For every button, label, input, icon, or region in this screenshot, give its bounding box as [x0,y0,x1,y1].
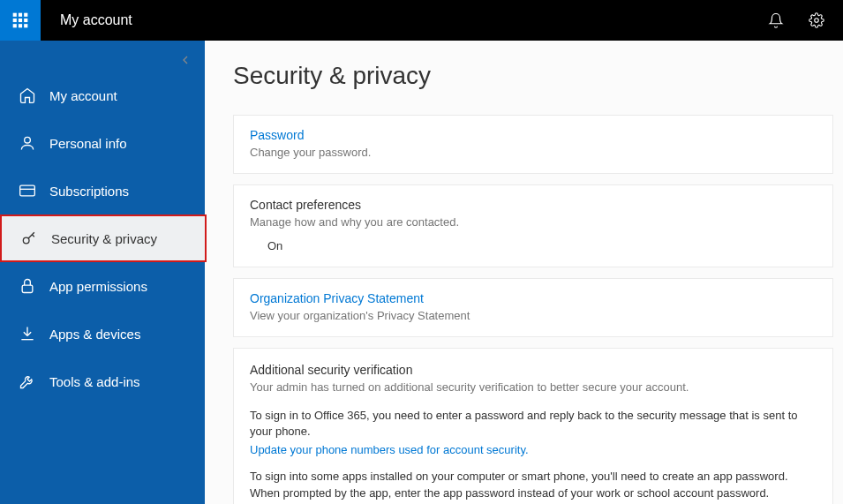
notifications-icon[interactable] [758,0,794,41]
additional-security-section: Additional security verification Your ad… [233,348,833,504]
contact-pref-title: Contact preferences [250,198,817,212]
sidebar-item-label: Tools & add-ins [49,374,140,389]
asv-desc: Your admin has turned on additional secu… [250,380,817,394]
card-icon [18,181,37,200]
contact-pref-desc: Manage how and why you are contacted. [250,215,817,229]
download-icon [18,324,37,343]
password-link[interactable]: Password [250,128,817,142]
svg-rect-5 [24,19,27,22]
svg-rect-2 [24,13,27,17]
home-icon [18,86,37,105]
sidebar-item-security-privacy[interactable]: Security & privacy [0,214,207,262]
svg-rect-14 [22,285,33,292]
lock-icon [18,276,37,296]
svg-rect-1 [19,13,22,17]
settings-gear-icon[interactable] [799,0,834,41]
svg-rect-11 [20,185,35,196]
key-icon [19,229,39,248]
svg-rect-7 [19,24,22,27]
collapse-chevron-icon[interactable] [178,53,192,67]
top-bar: My account [0,0,843,41]
svg-point-9 [815,19,819,23]
password-card[interactable]: Password Change your password. [233,115,833,174]
password-desc: Change your password. [250,146,817,159]
svg-rect-0 [13,13,17,17]
update-phone-link[interactable]: Update your phone numbers used for accou… [250,443,817,456]
sidebar-item-label: Security & privacy [51,231,157,246]
sidebar-item-my-account[interactable]: My account [0,71,205,119]
sidebar-item-label: Apps & devices [49,327,140,342]
sidebar-item-personal-info[interactable]: Personal info [0,119,205,167]
app-title: My account [60,12,758,28]
svg-rect-3 [13,19,17,22]
org-privacy-link[interactable]: Organization Privacy Statement [250,291,817,305]
svg-rect-8 [24,24,27,27]
sidebar: My account Personal info Subscriptions S… [0,41,205,504]
svg-rect-4 [19,19,22,22]
org-privacy-card[interactable]: Organization Privacy Statement View your… [233,278,833,337]
app-launcher-icon[interactable] [0,0,41,41]
sidebar-item-tools-addins[interactable]: Tools & add-ins [0,357,205,405]
sidebar-item-subscriptions[interactable]: Subscriptions [0,167,205,214]
person-icon [18,133,37,153]
svg-point-10 [25,137,31,143]
sidebar-item-label: App permissions [49,279,147,294]
wrench-icon [18,372,37,391]
asv-app-password-text: To sign into some apps installed on your… [250,469,817,500]
sidebar-item-label: Subscriptions [49,184,129,199]
page-title: Security & privacy [233,62,843,90]
sidebar-item-label: Personal info [49,136,127,151]
svg-rect-6 [13,24,17,27]
sidebar-item-apps-devices[interactable]: Apps & devices [0,310,205,357]
contact-pref-value: On [267,239,817,252]
asv-signin-text: To sign in to Office 365, you need to en… [250,408,817,440]
sidebar-item-label: My account [49,88,117,103]
org-privacy-desc: View your organization's Privacy Stateme… [250,309,817,322]
sidebar-item-app-permissions[interactable]: App permissions [0,262,205,310]
contact-preferences-card[interactable]: Contact preferences Manage how and why y… [233,184,833,267]
asv-title: Additional security verification [250,363,817,377]
svg-point-13 [23,237,29,244]
main-content: Security & privacy Password Change your … [205,41,843,504]
